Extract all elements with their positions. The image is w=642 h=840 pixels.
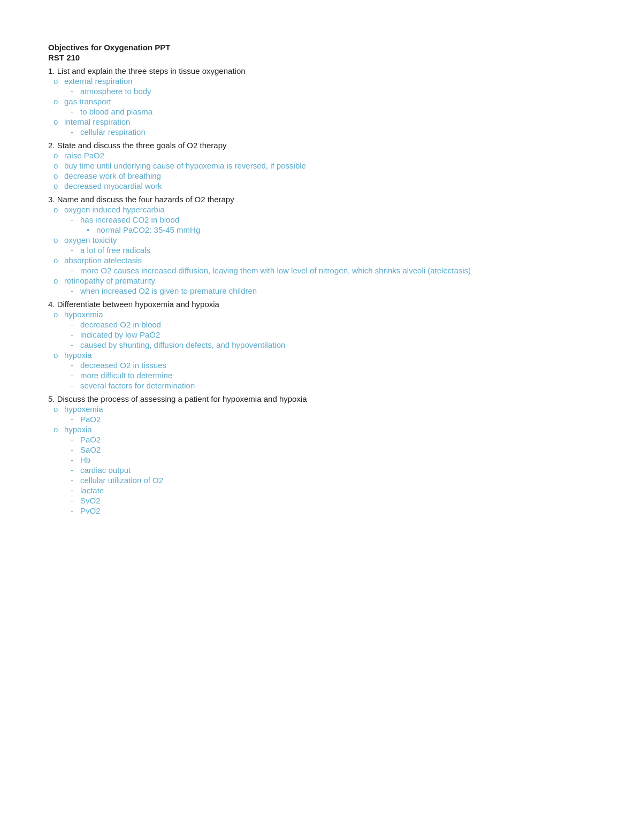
section-1-list: external respiration atmosphere to body … [48,77,599,136]
list-item: decreased O2 in blood [80,320,599,329]
section-5-list: hypoxemia PaO2 hypoxia PaO2 SaO2 Hb card… [48,404,599,515]
list-item: oxygen induced hypercarbia has increased… [64,205,599,234]
list-item: PaO2 [80,415,599,424]
sub-list: cellular respiration [64,127,599,136]
list-item: to blood and plasma [80,107,599,116]
list-item: oxygen toxicity a lot of free radicals [64,235,599,255]
section-3-list: oxygen induced hypercarbia has increased… [48,205,599,295]
sub-sub-list: normal PaCO2: 35-45 mmHg [80,225,599,234]
sub-list: decreased O2 in tissues more difficult t… [64,361,599,390]
list-item: more difficult to determine [80,371,599,380]
doc-title: Objectives for Oxygenation PPT [48,43,599,52]
document-container: Objectives for Oxygenation PPT RST 210 1… [48,43,599,515]
sub-list: PaO2 SaO2 Hb cardiac output cellular uti… [64,435,599,515]
list-item: normal PaCO2: 35-45 mmHg [96,225,599,234]
list-item: more O2 causes increased diffusion, leav… [80,266,599,275]
doc-subtitle: RST 210 [48,53,599,62]
list-item: SvO2 [80,496,599,505]
list-item: has increased CO2 in blood normal PaCO2:… [80,215,599,234]
section-3-label: 3. Name and discuss the four hazards of … [48,195,234,204]
sub-list: decreased O2 in blood indicated by low P… [64,320,599,349]
list-item: gas transport to blood and plasma [64,97,599,116]
list-item: decreased myocardial work [64,181,599,190]
list-item: internal respiration cellular respiratio… [64,117,599,136]
section-1-label: 1. List and explain the three steps in t… [48,66,246,75]
list-item: hypoxia PaO2 SaO2 Hb cardiac output cell… [64,425,599,515]
list-item: a lot of free radicals [80,246,599,255]
list-item: atmosphere to body [80,87,599,96]
list-item: Hb [80,455,599,464]
section-1: 1. List and explain the three steps in t… [48,66,599,136]
section-3: 3. Name and discuss the four hazards of … [48,195,599,295]
sub-list: when increased O2 is given to premature … [64,286,599,295]
list-item: several factors for determination [80,381,599,390]
list-item: SaO2 [80,445,599,454]
section-4: 4. Differentiate between hypoxemia and h… [48,300,599,390]
list-item: decreased O2 in tissues [80,361,599,370]
list-item: decrease work of breathing [64,171,599,180]
list-item: cardiac output [80,465,599,475]
section-4-label: 4. Differentiate between hypoxemia and h… [48,300,219,309]
list-item: cellular respiration [80,127,599,136]
list-item: PvO2 [80,506,599,515]
list-item: indicated by low PaO2 [80,330,599,339]
section-5-label: 5. Discuss the process of assessing a pa… [48,394,307,403]
list-item: lactate [80,486,599,495]
list-item: external respiration atmosphere to body [64,77,599,96]
list-item: hypoxemia decreased O2 in blood indicate… [64,310,599,349]
sub-list: PaO2 [64,415,599,424]
list-item: hypoxia decreased O2 in tissues more dif… [64,350,599,390]
section-5: 5. Discuss the process of assessing a pa… [48,394,599,515]
list-item: retinopathy of prematurity when increase… [64,276,599,295]
list-item: caused by shunting, diffusion defects, a… [80,340,599,349]
list-item: when increased O2 is given to premature … [80,286,599,295]
section-4-list: hypoxemia decreased O2 in blood indicate… [48,310,599,390]
section-2: 2. State and discuss the three goals of … [48,141,599,190]
list-item: cellular utilization of O2 [80,476,599,485]
list-item: PaO2 [80,435,599,444]
sub-list: atmosphere to body [64,87,599,96]
sub-list: a lot of free radicals [64,246,599,255]
sub-list: to blood and plasma [64,107,599,116]
list-item: absorption atelectasis more O2 causes in… [64,256,599,275]
list-item: hypoxemia PaO2 [64,404,599,424]
section-2-label: 2. State and discuss the three goals of … [48,141,227,150]
list-item: buy time until underlying cause of hypox… [64,161,599,170]
list-item: raise PaO2 [64,151,599,160]
sub-list: more O2 causes increased diffusion, leav… [64,266,599,275]
section-2-list: raise PaO2 buy time until underlying cau… [48,151,599,190]
sub-list: has increased CO2 in blood normal PaCO2:… [64,215,599,234]
